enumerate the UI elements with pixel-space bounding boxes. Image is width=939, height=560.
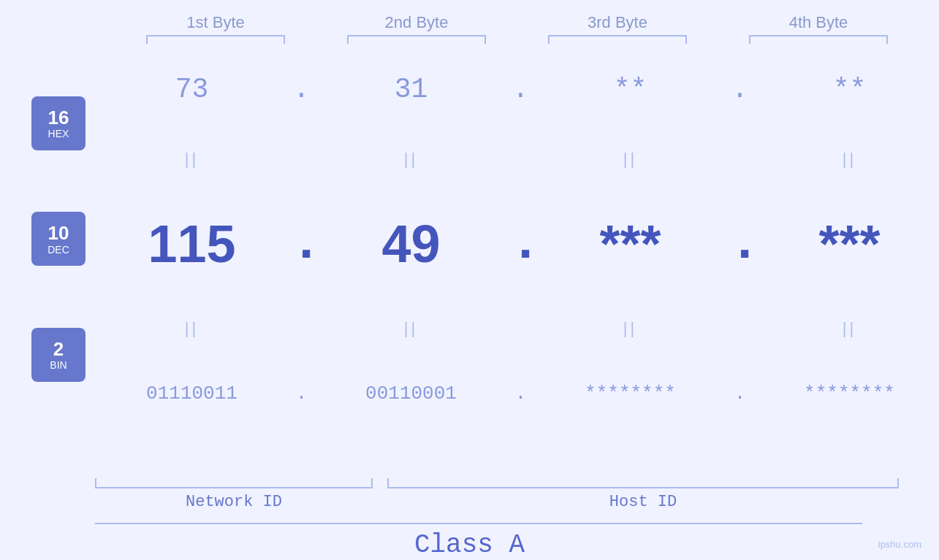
dec-badge-label: DEC [47,244,69,256]
equals-row-2: || || || || [102,319,939,338]
eq2-b3: || [550,319,711,338]
dec-byte3-cell: *** [550,214,711,274]
bin-byte2-value: 00110001 [365,383,457,404]
eq2-b4: || [769,319,930,338]
bin-byte1-cell: 01110011 [112,383,273,404]
eq1-b4: || [769,150,930,169]
byte-headers-row: 1st Byte 2nd Byte 3rd Byte 4th Byte [115,13,919,32]
dec-byte4-cell: *** [769,214,930,274]
hex-byte3-cell: ** [550,74,711,105]
main-container: 1st Byte 2nd Byte 3rd Byte 4th Byte 16 H… [0,0,939,560]
network-id-bracket [95,478,373,488]
dec-dot2: . [510,214,532,274]
badges-column: 16 HEX 10 DEC 2 BIN [0,51,102,471]
hex-byte2-cell: 31 [331,74,492,105]
byte2-header: 2nd Byte [336,13,497,32]
hex-dot1: . [291,74,313,105]
bin-byte2-cell: 00110001 [331,383,492,404]
eq1-d2 [510,150,532,169]
eq2-d3 [729,319,751,338]
bracket-byte2 [347,35,486,44]
eq2-b2: || [331,319,492,338]
bin-badge-number: 2 [53,339,64,360]
bin-byte4-cell: ******** [769,383,930,404]
id-brackets-row [95,478,899,488]
hex-badge: 16 HEX [31,96,85,150]
top-brackets [115,35,919,44]
hex-byte1-value: 73 [175,74,209,105]
bin-badge: 2 BIN [31,328,85,382]
class-a-bar [95,523,862,524]
bin-badge-label: BIN [50,359,66,371]
bin-dot2: . [510,383,532,404]
host-id-bracket [387,478,899,488]
hex-badge-number: 16 [48,107,69,129]
dec-badge-number: 10 [48,223,69,244]
hex-values-row: 73 . 31 . ** . ** [102,74,939,105]
bin-byte3-cell: ******** [550,383,711,404]
dec-byte3-value: *** [599,215,661,273]
values-grid: 73 . 31 . ** . ** || || [102,51,939,471]
bin-byte4-value: ******** [804,383,895,404]
byte3-header: 3rd Byte [537,13,698,32]
eq2-b1: || [112,319,273,338]
bin-byte3-value: ******** [585,383,676,404]
hex-dot2: . [510,74,532,105]
dec-byte4-value: *** [818,215,880,273]
dec-byte2-value: 49 [381,215,440,273]
dec-byte1-cell: 115 [112,214,273,274]
eq1-b2: || [331,150,492,169]
dec-byte1-value: 115 [148,215,235,273]
dec-values-row: 115 . 49 . *** . *** [102,214,939,274]
hex-byte3-value: ** [614,74,647,105]
network-id-label: Network ID [95,493,373,511]
hex-byte1-cell: 73 [112,74,273,105]
byte4-header: 4th Byte [738,13,899,32]
id-labels-row: Network ID Host ID [95,493,899,511]
bottom-area: Network ID Host ID Class A [0,478,939,560]
hex-badge-label: HEX [48,128,69,139]
bin-byte1-value: 01110011 [146,383,237,404]
equals-row-1: || || || || [102,150,939,169]
bin-dot3: . [729,383,751,404]
main-content-area: 16 HEX 10 DEC 2 BIN 73 . 31 [0,51,939,471]
hex-byte4-cell: ** [769,74,930,105]
dec-dot3: . [729,214,751,274]
eq1-d1 [291,150,313,169]
host-id-label: Host ID [387,493,899,511]
watermark: ipshu.com [878,539,921,550]
hex-dot3: . [729,74,751,105]
bracket-byte3 [548,35,687,44]
byte1-header: 1st Byte [135,13,296,32]
bin-dot1: . [291,383,313,404]
dec-badge: 10 DEC [31,212,85,266]
dec-dot1: . [291,214,313,274]
eq2-d2 [510,319,532,338]
eq1-d3 [729,150,751,169]
bracket-byte4 [749,35,888,44]
hex-byte2-value: 31 [395,74,428,105]
dec-byte2-cell: 49 [331,214,492,274]
class-a-label: Class A [0,530,939,560]
hex-byte4-value: ** [833,74,867,105]
bin-values-row: 01110011 . 00110001 . ******** . *******… [102,383,939,404]
eq1-b1: || [112,150,273,169]
eq2-d1 [291,319,313,338]
bracket-byte1 [146,35,285,44]
eq1-b3: || [550,150,711,169]
